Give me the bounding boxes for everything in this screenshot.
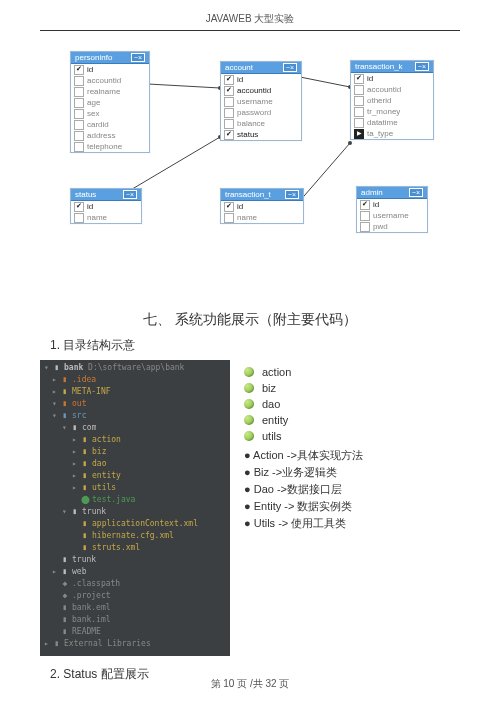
package-icon [244, 431, 254, 441]
tree-node: ▸▮entity [40, 470, 230, 482]
minmax-icon: −× [409, 188, 423, 197]
package-item: biz [244, 382, 363, 394]
table-title: status [75, 190, 96, 199]
bullet-item: ● Entity -> 数据实例类 [244, 499, 363, 514]
bullet-item: ● Action ->具体实现方法 [244, 448, 363, 463]
svg-line-6 [300, 77, 350, 87]
minmax-icon: −× [131, 53, 145, 62]
tree-node: ▸▮.idea [40, 374, 230, 386]
tree-node: ⬤test.java [40, 494, 230, 506]
bullet-item: ● Utils -> 使用工具类 [244, 516, 363, 531]
tree-node: ▾▮src [40, 410, 230, 422]
package-item: utils [244, 430, 363, 442]
tree-node: ▾▮trunk [40, 506, 230, 518]
tree-external-libs: ▸▮External Libraries [40, 638, 230, 650]
tree-node: ▮README [40, 626, 230, 638]
table-title: account [225, 63, 253, 72]
tree-root: ▾▮bank D:\software\app\bank [40, 362, 230, 374]
package-icon [244, 415, 254, 425]
package-item: entity [244, 414, 363, 426]
bullet-item: ● Dao ->数据接口层 [244, 482, 363, 497]
tree-node: ▸▮biz [40, 446, 230, 458]
table-transaction-t: transaction_t−× id name [220, 188, 304, 224]
tree-node: ▮applicationContext.xml [40, 518, 230, 530]
table-title: personinfo [75, 53, 112, 62]
tree-node: ▾▮com [40, 422, 230, 434]
table-title: admin [361, 188, 383, 197]
package-item: dao [244, 398, 363, 410]
minmax-icon: −× [285, 190, 299, 199]
minmax-icon: −× [415, 62, 429, 71]
table-title: transaction_k [355, 62, 403, 71]
minmax-icon: −× [283, 63, 297, 72]
tree-node: ▾▮out [40, 398, 230, 410]
table-status: status−× id name [70, 188, 142, 224]
svg-line-9 [298, 143, 350, 203]
table-transaction-k: transaction_k−× id accountid otherid tr_… [350, 60, 434, 140]
tree-node: ▸▮dao [40, 458, 230, 470]
tree-node: ▸▮action [40, 434, 230, 446]
tree-node: ▸▮META-INF [40, 386, 230, 398]
tree-node: ◆.classpath [40, 578, 230, 590]
section-heading-7: 七、 系统功能展示（附主要代码） [0, 311, 500, 329]
package-icon [244, 383, 254, 393]
page-header: JAVAWEB 大型实验 [0, 0, 500, 26]
tree-node: ◆.project [40, 590, 230, 602]
tree-node: ▸▮web [40, 566, 230, 578]
bullet-item: ● Biz ->业务逻辑类 [244, 465, 363, 480]
tree-node: ▮struts.xml [40, 542, 230, 554]
project-tree: ▾▮bank D:\software\app\bank ▸▮.idea▸▮MET… [40, 360, 230, 656]
er-diagram: personinfo−× id accountid realname age s… [40, 41, 460, 281]
header-divider [40, 30, 460, 31]
table-admin: admin−× id username pwd [356, 186, 428, 233]
tree-node: ▮bank.iml [40, 614, 230, 626]
tree-node: ▸▮utils [40, 482, 230, 494]
svg-line-0 [148, 84, 220, 88]
table-personinfo: personinfo−× id accountid realname age s… [70, 51, 150, 153]
subsection-1: 1. 目录结构示意 [50, 337, 460, 354]
tree-node: ▮trunk [40, 554, 230, 566]
package-icon [244, 367, 254, 377]
table-title: transaction_t [225, 190, 271, 199]
svg-point-11 [348, 141, 352, 145]
package-item: action [244, 366, 363, 378]
package-descriptions: ● Action ->具体实现方法● Biz ->业务逻辑类● Dao ->数据… [244, 448, 363, 531]
package-icon [244, 399, 254, 409]
packages-panel: actionbizdaoentityutils ● Action ->具体实现方… [244, 360, 363, 656]
page-footer: 第 10 页 /共 32 页 [0, 677, 500, 691]
tree-node: ▮hibernate.cfg.xml [40, 530, 230, 542]
minmax-icon: −× [123, 190, 137, 199]
table-account: account−× id accountid username password… [220, 61, 302, 141]
tree-node: ▮bank.eml [40, 602, 230, 614]
